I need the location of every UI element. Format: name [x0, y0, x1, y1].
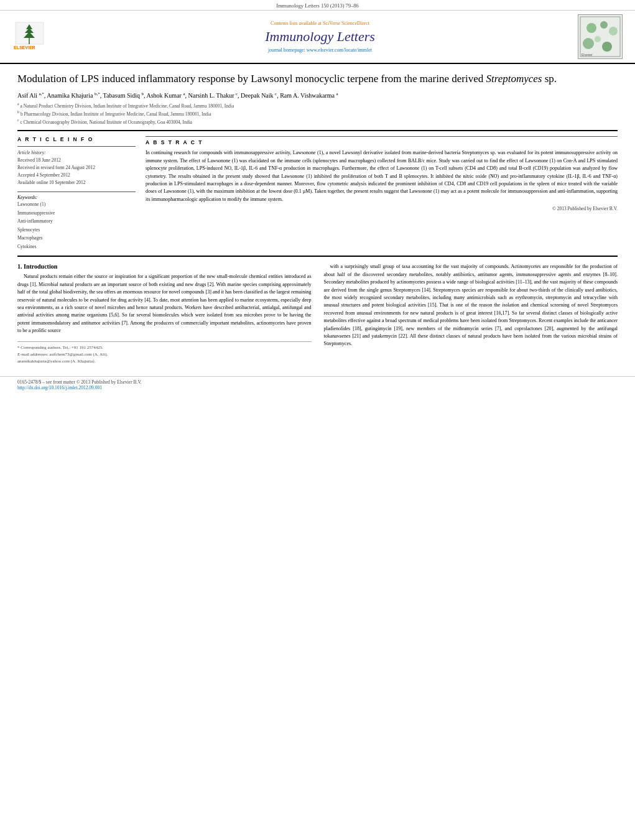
abstract-text: In continuing research for compounds wit… — [146, 149, 618, 203]
journal-homepage: journal homepage: www.elsevier.com/locat… — [62, 47, 578, 53]
citation-text: Immunology Letters 150 (2013) 79–86 — [276, 2, 359, 9]
footnote-area: * Corresponding authors. Tel.: +91 191 2… — [17, 341, 312, 366]
svg-point-11 — [583, 38, 594, 49]
keywords-label: Keywords: — [17, 195, 136, 200]
svg-text:ELSEVIER: ELSEVIER — [14, 45, 35, 50]
body-left-column: 1. Introduction Natural products remain … — [17, 263, 312, 365]
article-info-heading: A R T I C L E I N F O — [17, 136, 136, 142]
intro-paragraph-2: with a surprisingly small group of taxa … — [324, 263, 618, 348]
keyword-2: Immunosuppressive — [17, 209, 136, 218]
abstract-column: A B S T R A C T In continuing research f… — [146, 136, 618, 251]
revised-date: Received in revised form 24 August 2012 — [17, 164, 136, 172]
svg-point-10 — [609, 27, 618, 35]
article-info-column: A R T I C L E I N F O Article history: R… — [17, 136, 136, 251]
sciverse-link[interactable]: SciVerse ScienceDirect — [323, 21, 369, 26]
homepage-prefix: journal homepage: — [268, 47, 307, 53]
keyword-3: Anti-inflammatory — [17, 217, 136, 226]
svg-point-13 — [595, 36, 601, 42]
affiliation-a: a a Natural Product Chemistry Division, … — [17, 101, 618, 109]
title-divider — [17, 130, 618, 131]
article-history: Article history: Received 18 June 2012 R… — [17, 146, 136, 187]
homepage-link[interactable]: www.elsevier.com/locate/immlet — [307, 47, 372, 53]
history-label: Article history: — [17, 149, 136, 157]
svg-text:Elsevier: Elsevier — [582, 53, 593, 57]
intro-paragraph-1: Natural products remain either the sourc… — [17, 273, 312, 335]
body-columns: 1. Introduction Natural products remain … — [17, 263, 618, 365]
sciverse-prefix: Contents lists available at — [271, 21, 323, 26]
info-abstract-columns: A R T I C L E I N F O Article history: R… — [17, 136, 618, 251]
footnote-email1: E-mail addresses: asifchem73@gmail.com (… — [17, 351, 312, 358]
affiliation-c: c c Chemical Oceanography Division, Nati… — [17, 118, 618, 126]
svg-point-12 — [602, 42, 612, 52]
accepted-date: Accepted 4 September 2012 — [17, 172, 136, 179]
article-title: Modulation of LPS induced inflammatory r… — [17, 72, 618, 86]
intro-section-title: 1. Introduction — [17, 263, 312, 270]
journal-citation: Immunology Letters 150 (2013) 79–86 — [0, 0, 635, 11]
sciverse-bar: Contents lists available at SciVerse Sci… — [62, 21, 578, 26]
page-wrapper: Immunology Letters 150 (2013) 79–86 ELSE… — [0, 0, 635, 840]
keywords-list: Lawsonone (1) Immunosuppressive Anti-inf… — [17, 200, 136, 251]
authors: Asif Ali a,*, Anamika Khajuria b,*, Taba… — [17, 91, 618, 99]
keywords-section: Keywords: Lawsonone (1) Immunosuppressiv… — [17, 192, 136, 251]
footnote-corresponding: * Corresponding authors. Tel.: +91 191 2… — [17, 344, 312, 351]
svg-point-8 — [586, 23, 596, 33]
elsevier-logo: ELSEVIER — [12, 19, 62, 55]
abstract-body-divider — [17, 256, 618, 257]
available-date: Available online 10 September 2012 — [17, 179, 136, 187]
svg-rect-6 — [579, 16, 621, 58]
journal-cover-image: Elsevier — [578, 14, 623, 59]
keyword-5: Macrophages — [17, 234, 136, 242]
doi-line[interactable]: http://dx.doi.org/10.1016/j.imlet.2012.0… — [17, 385, 618, 390]
affiliation-b: b b Pharmacology Division, Indian Instit… — [17, 109, 618, 118]
journal-center: Contents lists available at SciVerse Sci… — [62, 21, 578, 53]
body-right-column: with a surprisingly small group of taxa … — [324, 263, 618, 365]
keyword-4: Splenocytes — [17, 226, 136, 234]
received-date: Received 18 June 2012 — [17, 157, 136, 164]
abstract-section: A B S T R A C T In continuing research f… — [146, 136, 618, 211]
keyword-6: Cytokines — [17, 242, 136, 251]
abstract-heading: A B S T R A C T — [146, 139, 618, 145]
copyright-line: © 2013 Published by Elsevier B.V. — [146, 206, 618, 211]
keyword-1: Lawsonone (1) — [17, 200, 136, 209]
journal-title: Immunology Letters — [62, 29, 578, 45]
main-content: Modulation of LPS induced inflammatory r… — [0, 64, 635, 370]
footnote-email2: anamikakhajuria@yahoo.com (A. Khajuria). — [17, 358, 312, 365]
bottom-bar: 0165-2478/$ – see front matter © 2013 Pu… — [0, 376, 635, 393]
journal-header: ELSEVIER Contents lists available at Sci… — [0, 11, 635, 64]
svg-point-9 — [600, 21, 608, 29]
issn-line: 0165-2478/$ – see front matter © 2013 Pu… — [17, 379, 618, 385]
affiliations: a a Natural Product Chemistry Division, … — [17, 101, 618, 125]
